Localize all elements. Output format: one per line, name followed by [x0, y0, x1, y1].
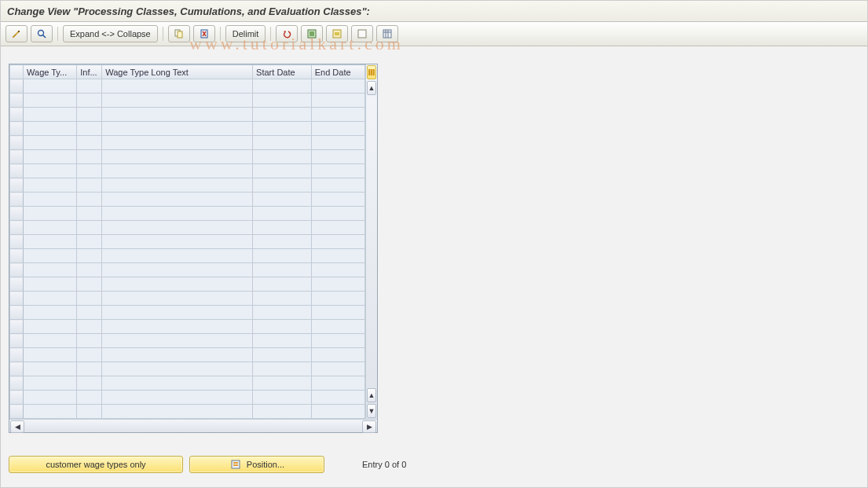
table-cell[interactable] [102, 122, 253, 136]
column-header[interactable]: Start Date [253, 65, 312, 79]
table-cell[interactable] [77, 348, 102, 362]
table-row[interactable] [10, 320, 365, 334]
table-row[interactable] [10, 221, 365, 235]
table-cell[interactable] [24, 277, 77, 292]
row-selector-cell[interactable] [10, 362, 24, 376]
table-cell[interactable] [24, 178, 77, 193]
table-cell[interactable] [253, 193, 312, 207]
table-row[interactable] [10, 277, 365, 292]
table-cell[interactable] [311, 164, 364, 178]
scroll-left-button[interactable]: ◀ [10, 420, 24, 433]
table-cell[interactable] [311, 235, 364, 249]
table-cell[interactable] [311, 79, 364, 94]
table-row[interactable] [10, 391, 365, 405]
table-cell[interactable] [24, 306, 77, 320]
table-cell[interactable] [77, 249, 102, 263]
scroll-down-button[interactable]: ▼ [367, 404, 376, 418]
table-cell[interactable] [102, 334, 253, 348]
column-header[interactable]: Inf... [77, 65, 102, 79]
table-cell[interactable] [311, 136, 364, 150]
table-cell[interactable] [311, 277, 364, 292]
row-selector-cell[interactable] [10, 306, 24, 320]
table-cell[interactable] [102, 108, 253, 122]
row-selector-cell[interactable] [10, 405, 24, 419]
row-selector-cell[interactable] [10, 277, 24, 292]
table-cell[interactable] [102, 94, 253, 108]
table-cell[interactable] [253, 235, 312, 249]
table-cell[interactable] [24, 391, 77, 405]
table-cell[interactable] [77, 263, 102, 277]
table-row[interactable] [10, 235, 365, 249]
position-button[interactable]: Position... [189, 456, 324, 473]
row-selector-cell[interactable] [10, 207, 24, 221]
table-cell[interactable] [253, 306, 312, 320]
table-cell[interactable] [77, 150, 102, 164]
table-cell[interactable] [102, 193, 253, 207]
table-cell[interactable] [24, 376, 77, 391]
table-cell[interactable] [253, 207, 312, 221]
scroll-up2-button[interactable]: ▲ [367, 388, 376, 402]
table-row[interactable] [10, 334, 365, 348]
table-cell[interactable] [311, 348, 364, 362]
row-selector-cell[interactable] [10, 122, 24, 136]
copy-button[interactable] [168, 25, 190, 42]
table-row[interactable] [10, 376, 365, 391]
table-cell[interactable] [102, 320, 253, 334]
table-cell[interactable] [102, 362, 253, 376]
table-cell[interactable] [253, 122, 312, 136]
row-selector-cell[interactable] [10, 79, 24, 94]
table-cell[interactable] [253, 405, 312, 419]
table-cell[interactable] [311, 108, 364, 122]
table-cell[interactable] [253, 79, 312, 94]
table-cell[interactable] [24, 334, 77, 348]
table-cell[interactable] [77, 136, 102, 150]
table-cell[interactable] [102, 150, 253, 164]
table-cell[interactable] [253, 249, 312, 263]
table-cell[interactable] [77, 292, 102, 306]
table-cell[interactable] [24, 136, 77, 150]
table-row[interactable] [10, 136, 365, 150]
table-cell[interactable] [311, 306, 364, 320]
table-cell[interactable] [24, 405, 77, 419]
table-row[interactable] [10, 405, 365, 419]
table-cell[interactable] [24, 108, 77, 122]
row-selector-cell[interactable] [10, 94, 24, 108]
table-row[interactable] [10, 292, 365, 306]
table-cell[interactable] [311, 362, 364, 376]
table-row[interactable] [10, 193, 365, 207]
row-selector-cell[interactable] [10, 221, 24, 235]
scroll-track-vertical[interactable] [366, 96, 377, 387]
table-cell[interactable] [24, 235, 77, 249]
table-cell[interactable] [311, 320, 364, 334]
column-header[interactable]: Wage Ty... [24, 65, 77, 79]
table-cell[interactable] [311, 376, 364, 391]
row-selector-cell[interactable] [10, 348, 24, 362]
table-cell[interactable] [253, 263, 312, 277]
table-row[interactable] [10, 122, 365, 136]
row-selector-cell[interactable] [10, 193, 24, 207]
table-cell[interactable] [253, 150, 312, 164]
table-cell[interactable] [253, 178, 312, 193]
select-block-button[interactable] [326, 25, 348, 42]
table-cell[interactable] [102, 263, 253, 277]
table-row[interactable] [10, 79, 365, 94]
table-cell[interactable] [311, 249, 364, 263]
table-cell[interactable] [311, 122, 364, 136]
table-cell[interactable] [253, 136, 312, 150]
table-cell[interactable] [102, 249, 253, 263]
table-cell[interactable] [24, 164, 77, 178]
expand-collapse-button[interactable]: Expand <-> Collapse [63, 25, 158, 42]
table-cell[interactable] [24, 320, 77, 334]
scroll-up-button[interactable]: ▲ [367, 81, 376, 95]
row-selector-cell[interactable] [10, 136, 24, 150]
table-cell[interactable] [24, 221, 77, 235]
row-selector-header[interactable] [10, 65, 24, 79]
table-cell[interactable] [77, 94, 102, 108]
table-cell[interactable] [77, 122, 102, 136]
table-cell[interactable] [24, 94, 77, 108]
row-selector-cell[interactable] [10, 320, 24, 334]
table-cell[interactable] [102, 235, 253, 249]
select-all-button[interactable] [301, 25, 323, 42]
table-cell[interactable] [253, 391, 312, 405]
table-cell[interactable] [77, 108, 102, 122]
